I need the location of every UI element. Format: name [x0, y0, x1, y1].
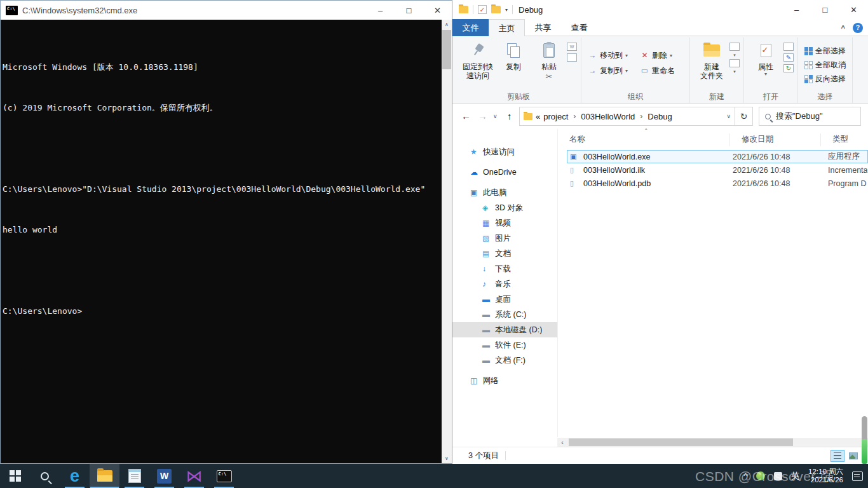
- file-row[interactable]: ▯ 003HelloWorld.pdb 2021/6/26 10:48 Prog…: [567, 177, 868, 190]
- nav-item-icon: ♪: [482, 280, 495, 288]
- forward-button[interactable]: →: [478, 109, 487, 123]
- taskbar-cmd-button[interactable]: C:\: [209, 464, 239, 488]
- file-row[interactable]: ▣ 003HelloWorld.exe 2021/6/26 10:48 应用程序: [567, 150, 868, 163]
- back-button[interactable]: ←: [461, 109, 471, 123]
- action-center-icon[interactable]: [852, 471, 863, 481]
- breadcrumb-item[interactable]: project: [543, 112, 568, 121]
- taskbar-visual-studio-button[interactable]: ⋈: [179, 464, 209, 488]
- cmd-close-button[interactable]: ✕: [423, 1, 452, 20]
- explorer-maximize-button[interactable]: □: [811, 0, 839, 19]
- cmd-minimize-button[interactable]: –: [366, 1, 395, 20]
- new-item-button[interactable]: [729, 43, 740, 51]
- recent-locations-chevron-icon[interactable]: ∨: [493, 109, 498, 123]
- help-icon[interactable]: ?: [853, 23, 863, 33]
- scrollbar-thumb[interactable]: [569, 438, 793, 446]
- nav-item[interactable]: ☁ OneDrive: [452, 165, 557, 180]
- invert-selection-button[interactable]: 反向选择: [802, 72, 848, 86]
- nav-item[interactable]: ↓ 下载: [452, 261, 557, 276]
- nav-item[interactable]: ▧ 图片: [452, 231, 557, 246]
- edit-icon[interactable]: ✎: [783, 53, 794, 62]
- cut-scissors-icon[interactable]: ✂: [546, 72, 553, 81]
- cmd-output[interactable]: Microsoft Windows [版本 10.0.18363.1198] (…: [1, 20, 442, 463]
- refresh-button[interactable]: ↻: [735, 107, 753, 126]
- ribbon-tab[interactable]: 查看: [561, 19, 597, 36]
- column-header-type[interactable]: 类型: [820, 133, 868, 146]
- nav-item[interactable]: ▬ 系统 (C:): [452, 307, 557, 322]
- ribbon-tab[interactable]: 共享: [525, 19, 561, 36]
- thumbnail-view-button[interactable]: [846, 450, 860, 462]
- scroll-down-arrow[interactable]: ∨: [442, 454, 452, 463]
- cmd-titlebar[interactable]: C:\ C:\Windows\system32\cmd.exe – □ ✕: [1, 1, 452, 20]
- scroll-up-arrow[interactable]: ∧: [442, 20, 452, 29]
- explorer-minimize-button[interactable]: –: [782, 0, 811, 19]
- history-icon[interactable]: ↻: [783, 64, 794, 72]
- copy-path-button[interactable]: W: [567, 43, 577, 51]
- taskbar-edge-button[interactable]: e: [60, 464, 90, 488]
- breadcrumb-item[interactable]: Debug: [648, 112, 672, 121]
- ribbon-tab[interactable]: 主页: [489, 19, 525, 37]
- horizontal-scrollbar[interactable]: ‹ ›: [557, 438, 868, 447]
- select-all-button[interactable]: 全部选择: [802, 44, 848, 58]
- open-button[interactable]: [783, 43, 794, 51]
- ribbon-collapse-icon[interactable]: ^: [841, 24, 845, 32]
- nav-item[interactable]: ♪ 音乐: [452, 276, 557, 292]
- nav-item[interactable]: ▤ 文档: [452, 246, 557, 261]
- nav-item[interactable]: ★ 快速访问: [452, 144, 557, 159]
- nav-item-label: 系统 (C:): [495, 309, 526, 320]
- scroll-left-arrow[interactable]: ‹: [557, 438, 567, 447]
- nav-item[interactable]: ◫ 网络: [452, 373, 557, 388]
- copy-button[interactable]: 复制: [496, 39, 531, 71]
- nav-item[interactable]: ▬ 文档 (F:): [452, 353, 557, 368]
- new-folder-button[interactable]: 新建 文件夹: [694, 39, 729, 80]
- divider: [505, 451, 506, 460]
- qat-customize-chevron-icon[interactable]: ▾: [505, 7, 508, 13]
- taskbar-word-button[interactable]: W: [149, 464, 179, 488]
- delete-button[interactable]: ✕ 删除 ▾: [637, 48, 686, 62]
- paste-button[interactable]: 粘贴 ✂: [531, 39, 567, 81]
- move-to-button[interactable]: → 移动到 ▾: [585, 48, 637, 62]
- scrollbar-thumb[interactable]: [442, 30, 451, 69]
- properties-button[interactable]: 属性 ▾: [748, 39, 783, 77]
- select-none-button[interactable]: 全部取消: [802, 58, 848, 72]
- folder-icon: [524, 113, 532, 120]
- cmd-output-line: hello world: [3, 225, 440, 235]
- nav-item[interactable]: ◈ 3D 对象: [452, 200, 557, 215]
- explorer-titlebar[interactable]: ✓ ▾ Debug – □ ✕: [452, 0, 868, 19]
- nav-item[interactable]: ▦ 视频: [452, 215, 557, 231]
- taskbar-notepad-button[interactable]: [119, 464, 149, 488]
- rename-button[interactable]: ▭ 重命名: [637, 64, 686, 78]
- details-view-button[interactable]: [831, 450, 844, 462]
- explorer-close-button[interactable]: ✕: [839, 0, 868, 19]
- file-name: 003HelloWorld.pdb: [580, 179, 733, 188]
- easy-access-button[interactable]: [729, 59, 740, 67]
- address-dropdown-chevron-icon[interactable]: ∨: [726, 113, 731, 119]
- start-button[interactable]: [0, 464, 30, 488]
- nav-item[interactable]: ▣ 此电脑: [452, 185, 557, 200]
- search-input[interactable]: 搜索"Debug": [759, 107, 861, 126]
- cmd-vertical-scrollbar[interactable]: ∧ ∨: [442, 20, 452, 463]
- file-row[interactable]: ▯ 003HelloWorld.ilk 2021/6/26 10:48 Incr…: [567, 163, 868, 177]
- pin-to-quick-access-button[interactable]: 固定到快 速访问: [460, 39, 496, 80]
- address-bar[interactable]: « project › 003HelloWorld ›: [519, 107, 735, 126]
- nav-item-label: 文档: [495, 248, 511, 259]
- cmd-maximize-button[interactable]: □: [395, 1, 423, 20]
- nav-item[interactable]: ▬ 软件 (E:): [452, 337, 557, 353]
- explorer-app-icon: [459, 6, 468, 13]
- column-header-name[interactable]: 名称: [558, 134, 729, 145]
- delete-icon: ✕: [640, 51, 649, 60]
- nav-item[interactable]: ▬ 桌面: [452, 292, 557, 307]
- tab-file-menu[interactable]: 文件: [452, 19, 489, 36]
- up-button[interactable]: ↑: [507, 109, 512, 123]
- taskbar-file-explorer-button[interactable]: [90, 464, 119, 488]
- copy-to-button[interactable]: → 复制到 ▾: [585, 64, 637, 78]
- column-header-date-modified[interactable]: 修改日期: [729, 133, 820, 146]
- breadcrumb-item[interactable]: 003HelloWorld: [581, 112, 635, 121]
- nav-item[interactable]: ▬ 本地磁盘 (D:): [452, 322, 557, 337]
- nav-item-label: 3D 对象: [495, 203, 523, 214]
- qat-properties-icon[interactable]: ✓: [478, 5, 487, 14]
- cmd-output-line: C:\Users\Lenovo>"D:\Visual Studio 2013\p…: [3, 184, 440, 194]
- nav-item-label: 软件 (E:): [495, 340, 526, 351]
- paste-shortcut-button[interactable]: [567, 53, 577, 62]
- taskbar-search-button[interactable]: [30, 464, 60, 488]
- qat-new-folder-icon[interactable]: [491, 6, 501, 13]
